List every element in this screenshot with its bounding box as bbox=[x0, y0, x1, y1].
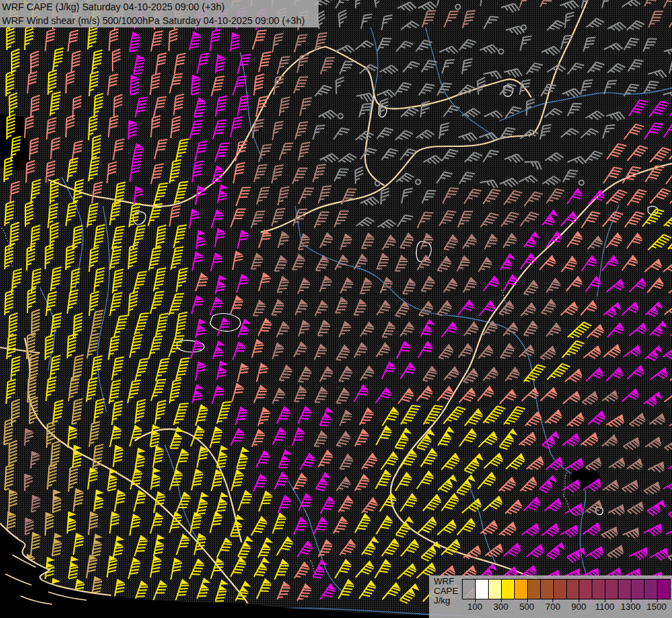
legend-cell bbox=[515, 580, 528, 599]
legend-cell bbox=[632, 580, 645, 599]
legend-cell bbox=[605, 580, 618, 599]
title-panel: WRF CAPE (J/kg) Saturday 04-10-2025 09:0… bbox=[0, 0, 318, 27]
legend-title-line2: CAPE bbox=[434, 586, 458, 596]
legend-colorbar bbox=[462, 579, 671, 599]
legend-cell bbox=[463, 580, 476, 599]
legend-cell bbox=[541, 580, 554, 599]
legend-cell bbox=[658, 580, 670, 599]
weather-map-page: WRF CAPE (J/kg) Saturday 04-10-2025 09:0… bbox=[0, 0, 672, 618]
legend-cell bbox=[502, 580, 515, 599]
map-canvas bbox=[0, 0, 672, 618]
legend-cell bbox=[554, 580, 567, 599]
legend-cell bbox=[579, 580, 592, 599]
title-line-cape: WRF CAPE (J/kg) Saturday 04-10-2025 09:0… bbox=[0, 0, 318, 14]
legend-cell bbox=[567, 580, 580, 599]
cape-legend: WRF CAPE J/kg 10030050070090011001300150… bbox=[429, 575, 672, 618]
legend-cell bbox=[476, 580, 489, 599]
legend-tick-label: 1500 bbox=[642, 602, 672, 612]
title-line-shear: WRF Wind shear (m/s) 500/1000hPa Saturda… bbox=[0, 14, 318, 27]
legend-cell bbox=[618, 580, 632, 599]
legend-cell bbox=[528, 580, 541, 599]
legend-title-line1: WRF bbox=[434, 577, 458, 586]
legend-cell bbox=[645, 580, 658, 599]
legend-cell bbox=[489, 580, 502, 599]
legend-title-line3: J/kg bbox=[434, 596, 458, 606]
legend-cell bbox=[592, 580, 605, 599]
legend-title: WRF CAPE J/kg bbox=[434, 577, 458, 606]
